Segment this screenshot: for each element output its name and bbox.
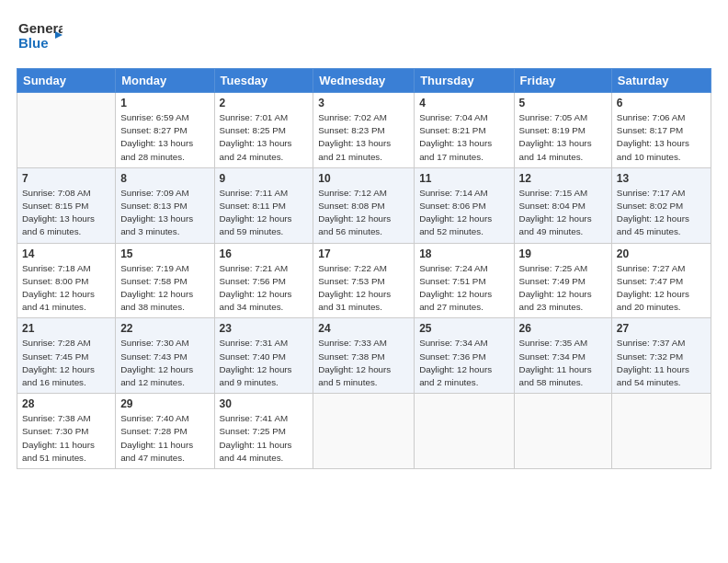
day-info: Sunrise: 7:01 AM Sunset: 8:25 PM Dayligh… [220,111,309,164]
day-number: 29 [120,397,209,410]
day-header-monday: Monday [116,69,214,93]
day-number: 16 [220,247,309,260]
calendar-cell: 24Sunrise: 7:33 AM Sunset: 7:38 PM Dayli… [313,318,415,394]
day-number: 23 [220,322,309,335]
day-info: Sunrise: 7:15 AM Sunset: 8:04 PM Dayligh… [519,187,607,239]
calendar-week-3: 14Sunrise: 7:18 AM Sunset: 8:00 PM Dayli… [17,243,711,318]
day-info: Sunrise: 7:37 AM Sunset: 7:32 PM Dayligh… [617,337,706,389]
day-number: 22 [120,322,209,335]
calendar-cell: 3Sunrise: 7:02 AM Sunset: 8:23 PM Daylig… [313,93,415,168]
calendar-cell: 19Sunrise: 7:25 AM Sunset: 7:49 PM Dayli… [514,243,611,318]
day-header-saturday: Saturday [611,69,711,93]
day-number: 15 [120,247,209,260]
day-info: Sunrise: 7:02 AM Sunset: 8:23 PM Dayligh… [318,111,409,164]
calendar-cell: 26Sunrise: 7:35 AM Sunset: 7:34 PM Dayli… [514,318,611,394]
day-info: Sunrise: 7:21 AM Sunset: 7:56 PM Dayligh… [220,262,309,315]
day-header-wednesday: Wednesday [313,69,415,93]
calendar-cell: 27Sunrise: 7:37 AM Sunset: 7:32 PM Dayli… [611,318,711,394]
day-header-sunday: Sunday [17,69,116,93]
day-header-thursday: Thursday [415,69,514,93]
calendar-cell [313,394,415,469]
calendar-cell: 7Sunrise: 7:08 AM Sunset: 8:15 PM Daylig… [17,167,116,243]
calendar-cell: 5Sunrise: 7:05 AM Sunset: 8:19 PM Daylig… [514,93,611,168]
calendar-cell [17,93,116,168]
day-number: 28 [22,397,110,410]
calendar-cell: 29Sunrise: 7:40 AM Sunset: 7:28 PM Dayli… [116,394,214,469]
day-info: Sunrise: 7:19 AM Sunset: 7:58 PM Dayligh… [120,262,209,315]
day-info: Sunrise: 7:22 AM Sunset: 7:53 PM Dayligh… [318,262,409,315]
calendar-header-row: SundayMondayTuesdayWednesdayThursdayFrid… [17,69,711,93]
day-number: 3 [318,97,409,109]
day-info: Sunrise: 7:17 AM Sunset: 8:02 PM Dayligh… [617,187,706,239]
day-number: 2 [220,97,309,109]
calendar-table: SundayMondayTuesdayWednesdayThursdayFrid… [17,68,711,469]
day-header-tuesday: Tuesday [214,69,313,93]
day-number: 18 [419,247,508,260]
day-info: Sunrise: 7:33 AM Sunset: 7:38 PM Dayligh… [318,337,409,389]
calendar-cell: 6Sunrise: 7:06 AM Sunset: 8:17 PM Daylig… [611,93,711,168]
page-header: General Blue [17,15,711,59]
calendar-cell [611,394,711,469]
day-info: Sunrise: 7:14 AM Sunset: 8:06 PM Dayligh… [419,187,508,239]
day-number: 30 [220,397,309,410]
calendar-cell: 1Sunrise: 6:59 AM Sunset: 8:27 PM Daylig… [116,93,214,168]
day-info: Sunrise: 7:08 AM Sunset: 8:15 PM Dayligh… [22,187,110,239]
calendar-cell: 25Sunrise: 7:34 AM Sunset: 7:36 PM Dayli… [415,318,514,394]
calendar-cell: 13Sunrise: 7:17 AM Sunset: 8:02 PM Dayli… [611,167,711,243]
day-number: 1 [120,97,209,109]
calendar-cell [415,394,514,469]
day-info: Sunrise: 7:24 AM Sunset: 7:51 PM Dayligh… [419,262,508,315]
day-number: 13 [617,172,706,185]
day-number: 27 [617,322,706,335]
calendar-cell: 23Sunrise: 7:31 AM Sunset: 7:40 PM Dayli… [214,318,313,394]
calendar-cell: 12Sunrise: 7:15 AM Sunset: 8:04 PM Dayli… [514,167,611,243]
calendar-cell: 16Sunrise: 7:21 AM Sunset: 7:56 PM Dayli… [214,243,313,318]
calendar-cell: 10Sunrise: 7:12 AM Sunset: 8:08 PM Dayli… [313,167,415,243]
day-number: 11 [419,172,508,185]
calendar-week-1: 1Sunrise: 6:59 AM Sunset: 8:27 PM Daylig… [17,93,711,168]
calendar-cell: 30Sunrise: 7:41 AM Sunset: 7:25 PM Dayli… [214,394,313,469]
day-number: 10 [318,172,409,185]
calendar-cell: 20Sunrise: 7:27 AM Sunset: 7:47 PM Dayli… [611,243,711,318]
calendar-cell: 11Sunrise: 7:14 AM Sunset: 8:06 PM Dayli… [415,167,514,243]
calendar-cell: 2Sunrise: 7:01 AM Sunset: 8:25 PM Daylig… [214,93,313,168]
day-number: 14 [22,247,110,260]
calendar-cell: 21Sunrise: 7:28 AM Sunset: 7:45 PM Dayli… [17,318,116,394]
day-number: 17 [318,247,409,260]
day-number: 26 [519,322,607,335]
day-number: 6 [617,97,706,109]
day-number: 7 [22,172,110,185]
calendar-cell: 22Sunrise: 7:30 AM Sunset: 7:43 PM Dayli… [116,318,214,394]
logo-icon: General Blue [17,15,63,55]
day-info: Sunrise: 7:30 AM Sunset: 7:43 PM Dayligh… [120,337,209,389]
day-header-friday: Friday [514,69,611,93]
calendar-cell: 14Sunrise: 7:18 AM Sunset: 8:00 PM Dayli… [17,243,116,318]
calendar-week-4: 21Sunrise: 7:28 AM Sunset: 7:45 PM Dayli… [17,318,711,394]
day-info: Sunrise: 7:05 AM Sunset: 8:19 PM Dayligh… [519,111,607,164]
calendar-cell: 28Sunrise: 7:38 AM Sunset: 7:30 PM Dayli… [17,394,116,469]
day-number: 8 [120,172,209,185]
calendar-cell: 15Sunrise: 7:19 AM Sunset: 7:58 PM Dayli… [116,243,214,318]
day-info: Sunrise: 7:09 AM Sunset: 8:13 PM Dayligh… [120,187,209,239]
day-info: Sunrise: 7:28 AM Sunset: 7:45 PM Dayligh… [22,337,110,389]
day-number: 9 [220,172,309,185]
day-number: 24 [318,322,409,335]
calendar-cell: 17Sunrise: 7:22 AM Sunset: 7:53 PM Dayli… [313,243,415,318]
day-info: Sunrise: 7:11 AM Sunset: 8:11 PM Dayligh… [220,187,309,239]
day-info: Sunrise: 7:06 AM Sunset: 8:17 PM Dayligh… [617,111,706,164]
calendar-cell: 4Sunrise: 7:04 AM Sunset: 8:21 PM Daylig… [415,93,514,168]
day-info: Sunrise: 7:18 AM Sunset: 8:00 PM Dayligh… [22,262,110,315]
calendar-week-5: 28Sunrise: 7:38 AM Sunset: 7:30 PM Dayli… [17,394,711,469]
day-info: Sunrise: 7:31 AM Sunset: 7:40 PM Dayligh… [220,337,309,389]
calendar-cell [514,394,611,469]
day-info: Sunrise: 7:25 AM Sunset: 7:49 PM Dayligh… [519,262,607,315]
day-info: Sunrise: 7:35 AM Sunset: 7:34 PM Dayligh… [519,337,607,389]
calendar-cell: 18Sunrise: 7:24 AM Sunset: 7:51 PM Dayli… [415,243,514,318]
svg-text:Blue: Blue [18,35,49,51]
day-number: 19 [519,247,607,260]
day-number: 20 [617,247,706,260]
calendar-week-2: 7Sunrise: 7:08 AM Sunset: 8:15 PM Daylig… [17,167,711,243]
day-number: 21 [22,322,110,335]
day-info: Sunrise: 7:40 AM Sunset: 7:28 PM Dayligh… [120,412,209,465]
day-number: 4 [419,97,508,109]
